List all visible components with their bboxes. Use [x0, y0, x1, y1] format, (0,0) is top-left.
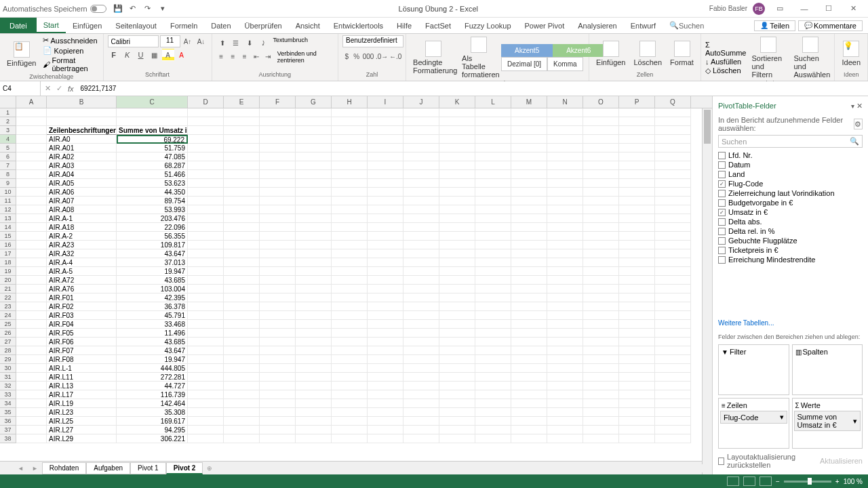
row-header[interactable]: 9 [0, 179, 16, 188]
cell[interactable] [260, 126, 296, 135]
cell[interactable]: AIR.F01 [47, 293, 117, 302]
cell[interactable] [188, 214, 224, 223]
cell[interactable] [296, 267, 332, 276]
cell[interactable] [188, 426, 224, 434]
chevron-down-icon[interactable]: ▾ [853, 417, 857, 426]
cell[interactable] [583, 320, 619, 329]
cell[interactable] [619, 258, 655, 267]
cell[interactable] [368, 179, 403, 188]
cell[interactable] [403, 188, 439, 197]
cell[interactable] [260, 390, 296, 399]
tab-power pivot[interactable]: Power Pivot [518, 18, 572, 33]
row-header[interactable]: 3 [0, 126, 16, 135]
cell[interactable] [583, 205, 619, 214]
cell[interactable] [619, 417, 655, 426]
cell[interactable] [511, 205, 547, 214]
row-header[interactable]: 38 [0, 434, 16, 443]
italic-button[interactable]: K [121, 49, 134, 61]
cell[interactable] [655, 197, 691, 205]
cell-style-comma[interactable]: Komma [547, 57, 583, 71]
cell[interactable]: AIR.A18 [47, 223, 117, 232]
cell[interactable] [117, 108, 188, 117]
fill-color-button[interactable]: A [162, 49, 174, 61]
cell[interactable] [16, 170, 47, 179]
cell-style-decimal[interactable]: Dezimal [0] [501, 57, 547, 71]
cell[interactable]: AIR.A-5 [47, 267, 117, 276]
cell[interactable] [619, 135, 655, 144]
cell[interactable] [188, 241, 224, 249]
cell[interactable] [619, 293, 655, 302]
cell[interactable] [655, 311, 691, 320]
cell[interactable] [547, 408, 583, 417]
cell[interactable] [188, 135, 224, 144]
currency-icon[interactable]: $ [342, 50, 351, 62]
cell[interactable] [260, 179, 296, 188]
cell[interactable] [583, 258, 619, 267]
cell[interactable] [439, 258, 475, 267]
cell[interactable] [511, 417, 547, 426]
pivot-field[interactable]: Erreichung Mindestrendite [718, 255, 863, 264]
field-search-input[interactable]: Suchen🔍 [718, 135, 863, 148]
cell[interactable] [260, 346, 296, 355]
cell[interactable] [583, 241, 619, 249]
cell[interactable] [332, 311, 368, 320]
cell[interactable]: AIR.F03 [47, 311, 117, 320]
cell[interactable] [368, 311, 403, 320]
share-button[interactable]: 👤 Teilen [754, 20, 795, 31]
cell[interactable] [655, 267, 691, 276]
cell[interactable] [655, 373, 691, 382]
cell[interactable] [547, 373, 583, 382]
cell[interactable] [260, 197, 296, 205]
cell[interactable] [583, 232, 619, 241]
cell[interactable] [403, 126, 439, 135]
cell[interactable] [332, 179, 368, 188]
cell[interactable] [16, 355, 47, 364]
cell[interactable] [583, 179, 619, 188]
cell[interactable] [583, 293, 619, 302]
sheet-tab[interactable]: Aufgaben [86, 462, 130, 474]
cell[interactable] [655, 241, 691, 249]
zoom-level[interactable]: 100 % [844, 478, 863, 485]
cell[interactable] [619, 320, 655, 329]
cell[interactable] [439, 161, 475, 170]
cell[interactable] [439, 223, 475, 232]
cell[interactable]: AIR.A-2 [47, 232, 117, 241]
cell[interactable] [655, 161, 691, 170]
col-header-M[interactable]: M [511, 96, 547, 108]
cell[interactable] [655, 170, 691, 179]
cell[interactable] [368, 249, 403, 258]
cell[interactable] [332, 390, 368, 399]
row-header[interactable]: 25 [0, 320, 16, 329]
cell[interactable] [655, 346, 691, 355]
cell[interactable] [583, 223, 619, 232]
cell[interactable]: 43.685 [117, 338, 188, 346]
cell[interactable] [188, 108, 224, 117]
cell[interactable] [547, 117, 583, 126]
cell[interactable] [439, 276, 475, 285]
cell[interactable] [260, 205, 296, 214]
cell[interactable] [332, 382, 368, 390]
cell[interactable] [368, 373, 403, 382]
cell[interactable] [332, 426, 368, 434]
format-as-table-button[interactable]: Als Tabelle formatieren [459, 35, 498, 80]
cell[interactable] [439, 205, 475, 214]
cell[interactable] [16, 399, 47, 408]
cell[interactable] [368, 258, 403, 267]
cell[interactable] [188, 126, 224, 135]
cell[interactable] [368, 285, 403, 293]
cell[interactable] [619, 329, 655, 338]
cell[interactable]: AIR.L19 [47, 399, 117, 408]
row-header[interactable]: 15 [0, 232, 16, 241]
cell[interactable] [583, 417, 619, 426]
cell[interactable] [439, 152, 475, 161]
row-header[interactable]: 21 [0, 285, 16, 293]
cell[interactable]: 43.647 [117, 249, 188, 258]
cell[interactable] [511, 285, 547, 293]
cell[interactable] [224, 135, 260, 144]
cell[interactable] [16, 117, 47, 126]
cell[interactable] [403, 399, 439, 408]
conditional-formatting-button[interactable]: Bedingte Formatierung [410, 39, 456, 76]
cell[interactable]: 36.378 [117, 302, 188, 311]
cell[interactable]: 306.221 [117, 434, 188, 443]
zoom-thumb[interactable] [808, 478, 812, 485]
